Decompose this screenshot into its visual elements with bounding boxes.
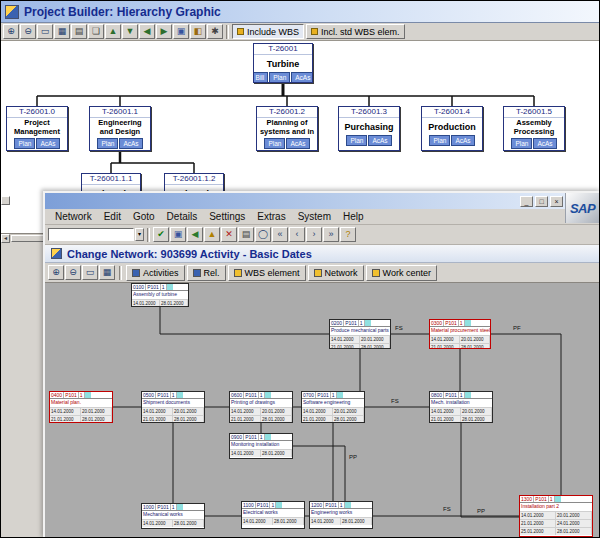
button-label: WBS element <box>245 268 300 278</box>
overview-icon[interactable]: ▦ <box>54 24 70 39</box>
node-button-plan[interactable]: Plan <box>264 138 285 149</box>
activity-box[interactable]: 1200P1011Engineering works14.01.200028.0… <box>309 501 373 529</box>
node-button-acas[interactable]: AcAs <box>533 138 556 149</box>
node-button-bill[interactable]: Bill <box>253 72 268 83</box>
wbs-node[interactable]: T-26001.2Planning of systems and inPlanA… <box>256 106 318 151</box>
wbs-node-name: Purchasing <box>339 118 399 134</box>
navigate-left-icon[interactable]: ◀ <box>139 24 155 39</box>
node-button-plan[interactable]: Plan <box>429 135 450 146</box>
activity-box[interactable]: 1300P1011Installation part 214.01.200020… <box>519 495 593 537</box>
save-icon[interactable]: ▣ <box>170 227 186 242</box>
wbs-node[interactable]: T-26001.3PurchasingPlanAcAs <box>338 106 400 151</box>
node-button-plan[interactable]: Plan <box>346 135 367 146</box>
layout-icon[interactable]: ▣ <box>173 24 189 39</box>
wbs-node[interactable]: T-26001.4ProductionPlanAcAs <box>421 106 483 151</box>
activity-dates-row: 14.01.200020.01.2000 <box>50 407 112 415</box>
zoom-in-icon[interactable]: ⊕ <box>3 24 19 39</box>
settings-icon[interactable]: ✱ <box>207 24 223 39</box>
zoom-out-icon[interactable]: ⊖ <box>20 24 36 39</box>
node-button-acas[interactable]: AcAs <box>119 138 142 149</box>
toolbar-separator <box>119 266 122 280</box>
zoom-in-icon[interactable]: ⊕ <box>48 265 64 280</box>
activity-box[interactable]: 0700P1011Software engineering14.01.20002… <box>301 391 365 423</box>
wbs-node-id: T-26001.3 <box>339 107 399 118</box>
copy-icon[interactable]: ❏ <box>88 24 104 39</box>
node-button-acas[interactable]: AcAs <box>291 72 313 83</box>
activity-box[interactable]: 0200P1011Produce mechanical parts14.01.2… <box>329 319 391 349</box>
project-builder-titlebar[interactable]: Project Builder: Hierarchy Graphic <box>1 1 599 23</box>
print-icon[interactable]: ▤ <box>71 24 87 39</box>
sap-window-titlebar[interactable]: _□× <box>45 193 599 209</box>
node-button-acas[interactable]: AcAs <box>451 135 474 146</box>
menu-edit[interactable]: Edit <box>98 210 127 223</box>
menu-system[interactable]: System <box>292 210 337 223</box>
button-wbs-element[interactable]: WBS element <box>228 265 306 281</box>
activity-box[interactable]: 0400P1011Material plan.14.01.200020.01.2… <box>49 391 113 423</box>
color-legend-icon[interactable]: ◧ <box>190 24 206 39</box>
exit-icon[interactable]: ▲ <box>204 227 220 242</box>
network-graphic-canvas[interactable]: FSPFFSPPPPFS 0100P1011Assembly of turbin… <box>45 283 599 537</box>
activity-box[interactable]: 0500P1011Shipment documents14.01.200020.… <box>141 391 205 423</box>
node-button-acas[interactable]: AcAs <box>36 138 59 149</box>
button-rel-[interactable]: Rel. <box>187 265 226 281</box>
toggle-incl-std-wbs-elem-[interactable]: Incl. std WBS elem. <box>306 24 405 39</box>
activity-box[interactable]: 0600P1011Printing of drawings14.01.20002… <box>229 391 293 423</box>
fit-view-icon[interactable]: ▭ <box>82 265 98 280</box>
activity-box[interactable]: 0100P1011Assembly of turbine14.01.200028… <box>131 283 189 307</box>
scroll-button[interactable] <box>1 196 10 205</box>
menu-help[interactable]: Help <box>337 210 370 223</box>
zoom-out-icon[interactable]: ⊖ <box>65 265 81 280</box>
navigate-down-icon[interactable]: ▼ <box>122 24 138 39</box>
button-network[interactable]: Network <box>308 265 364 281</box>
previous-page-icon[interactable]: ‹ <box>289 227 305 242</box>
status-cell <box>337 392 343 398</box>
navigate-right-icon[interactable]: ▶ <box>156 24 172 39</box>
activity-box[interactable]: 0900P1011Monitoring installation14.01.20… <box>229 433 293 459</box>
wbs-node-name: Turbine <box>254 55 312 71</box>
wbs-node[interactable]: T-26001.0Project ManagementPlanAcAs <box>6 106 68 151</box>
next-page-icon[interactable]: › <box>306 227 322 242</box>
last-page-icon[interactable]: » <box>323 227 339 242</box>
node-button-plan[interactable]: Plan <box>511 138 532 149</box>
enter-icon[interactable]: ✔ <box>153 227 169 242</box>
back-icon[interactable]: ◀ <box>187 227 203 242</box>
button-work-center[interactable]: Work center <box>366 265 437 281</box>
wbs-node[interactable]: T-26001TurbineBillPlanAcAs <box>253 43 313 83</box>
help-icon[interactable]: ? <box>340 227 356 242</box>
navigate-up-icon[interactable]: ▲ <box>105 24 121 39</box>
fit-page-icon[interactable]: ▭ <box>37 24 53 39</box>
menu-settings[interactable]: Settings <box>203 210 251 223</box>
cancel-icon[interactable]: ✕ <box>221 227 237 242</box>
print-icon[interactable]: ▤ <box>238 227 254 242</box>
wbs-node[interactable]: T-26001.5Assembly ProcessingPlanAcAs <box>503 106 565 151</box>
activity-date-cell: 14.01.2000 <box>430 408 461 415</box>
activity-box[interactable]: 0300P1011Material procurement steel14.01… <box>429 319 491 349</box>
command-field[interactable] <box>48 228 134 241</box>
menu-goto[interactable]: Goto <box>127 210 161 223</box>
node-button-plan[interactable]: Plan <box>14 138 35 149</box>
command-dropdown-icon[interactable]: ▾ <box>135 228 144 241</box>
close-button[interactable]: × <box>550 196 563 207</box>
find-icon[interactable]: ◯ <box>255 227 271 242</box>
node-button-acas[interactable]: AcAs <box>368 135 391 146</box>
activity-box[interactable]: 0800P1011Mech. installation14.01.200020.… <box>429 391 493 423</box>
node-button-plan[interactable]: Plan <box>269 72 290 83</box>
activity-dates-row: 21.01.200028.01.2000 <box>430 343 490 349</box>
restore-button[interactable]: □ <box>535 196 548 207</box>
menu-details[interactable]: Details <box>161 210 204 223</box>
activity-box[interactable]: 1100P1011Electrical works14.01.200028.01… <box>241 501 305 529</box>
toggle-include-wbs[interactable]: Include WBS <box>232 24 304 39</box>
minimize-button[interactable]: _ <box>520 196 533 207</box>
first-page-icon[interactable]: « <box>272 227 288 242</box>
scroll-left-button[interactable]: ◂ <box>1 234 10 243</box>
menu-extras[interactable]: Extras <box>251 210 291 223</box>
node-button-acas[interactable]: AcAs <box>286 138 309 149</box>
transaction-title: Change Network: 903699 Activity - Basic … <box>67 248 312 260</box>
overview-icon[interactable]: ▦ <box>99 265 115 280</box>
wbs-node[interactable]: T-26001.1Engineering and DesignPlanAcAs <box>89 106 151 151</box>
activity-box[interactable]: 1000P1011Mechanical works14.01.200028.01… <box>141 503 205 529</box>
button-activities[interactable]: Activities <box>126 265 185 281</box>
node-button-plan[interactable]: Plan <box>97 138 118 149</box>
menu-network[interactable]: Network <box>49 210 98 223</box>
activity-description: Monitoring installation <box>230 441 292 449</box>
